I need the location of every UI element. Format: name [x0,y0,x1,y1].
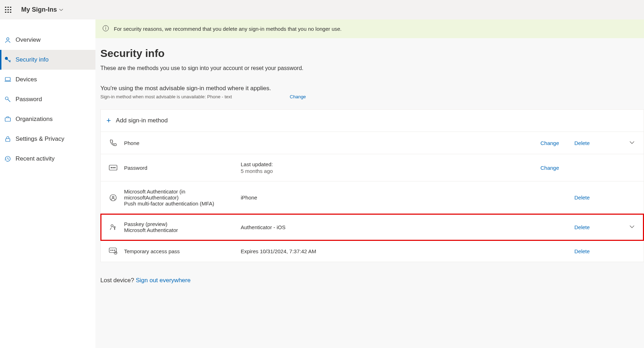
plus-icon: + [106,116,111,125]
method-detail: Authenticator - iOS [241,224,526,230]
method-name: Passkey (preview) [124,221,241,227]
method-row-tap: Temporary access pass Expires 10/31/2024… [101,240,644,262]
svg-point-3 [5,97,8,100]
method-detail: Expires 10/31/2024, 7:37:42 AM [241,248,526,254]
sidebar: Overview Security info Devices Password … [0,19,95,348]
method-sub: Microsoft Authenticator [124,227,241,233]
method-row-authenticator: Microsoft Authenticator (in microsoftAut… [101,181,644,214]
sidebar-item-security-info[interactable]: Security info [0,50,95,70]
svg-point-17 [111,250,111,251]
main-content: For security reasons, we recommend that … [95,19,644,348]
delete-link[interactable]: Delete [574,248,594,254]
brand-title: My Sign-Ins [21,6,57,13]
change-link[interactable]: Change [540,165,560,171]
sidebar-item-label: Devices [16,76,37,83]
method-detail: iPhone [241,195,526,201]
methods-card: + Add sign-in method Phone Change Delete [100,109,644,262]
sidebar-item-password[interactable]: Password [0,89,95,109]
method-name: Microsoft Authenticator (in microsoftAut… [124,188,241,201]
sidebar-item-settings-privacy[interactable]: Settings & Privacy [0,129,95,149]
sidebar-item-label: Security info [16,56,49,63]
svg-point-18 [112,250,113,251]
laptop-icon [4,76,11,83]
sidebar-item-label: Recent activity [16,155,55,162]
svg-rect-2 [5,77,10,81]
svg-point-19 [114,250,115,251]
security-recommendation-banner: For security reasons, we recommend that … [95,19,644,38]
sidebar-item-label: Overview [16,36,41,44]
lock-icon [4,135,11,143]
sidebar-item-overview[interactable]: Overview [0,30,95,50]
signin-advice-sub: Sign-in method when most advisable is un… [100,94,644,99]
info-icon [103,25,109,33]
svg-point-11 [115,167,115,168]
key-icon [4,56,11,63]
lost-device-prompt: Lost device? Sign out everywhere [100,277,644,284]
page-subtitle: These are the methods you use to sign in… [100,65,644,71]
sidebar-item-label: Settings & Privacy [16,135,64,143]
sidebar-item-recent-activity[interactable]: Recent activity [0,149,95,169]
topbar: My Sign-Ins [0,0,644,19]
person-icon [4,36,11,44]
banner-text: For security reasons, we recommend that … [114,26,342,32]
method-name: Password [124,165,241,171]
method-row-phone: Phone Change Delete [101,132,644,154]
method-row-password: Password Last updated: 5 months ago Chan… [101,154,644,181]
signin-advice: You're using the most advisable sign-in … [100,85,644,92]
chevron-down-icon [59,8,63,12]
briefcase-icon [4,116,11,123]
method-name: Phone [124,140,241,146]
delete-link[interactable]: Delete [574,195,594,201]
method-sub: Push multi-factor authentication (MFA) [124,201,241,207]
method-detail: Last updated: [241,161,526,167]
svg-point-13 [112,196,114,198]
page-title: Security info [100,47,644,59]
svg-point-0 [7,38,9,40]
sidebar-item-organizations[interactable]: Organizations [0,109,95,129]
add-signin-method-button[interactable]: + Add sign-in method [101,110,644,132]
brand-dropdown[interactable]: My Sign-Ins [21,6,63,13]
sidebar-item-label: Organizations [16,116,53,123]
method-name: Temporary access pass [124,248,241,254]
authenticator-icon [109,194,118,202]
app-launcher-icon[interactable] [5,7,11,13]
svg-point-10 [113,167,113,168]
svg-point-1 [5,57,8,60]
svg-point-14 [111,225,113,227]
sidebar-item-label: Password [16,96,42,103]
history-icon [4,155,11,162]
sign-out-everywhere-link[interactable]: Sign out everywhere [136,277,191,284]
svg-rect-4 [5,118,11,121]
svg-point-7 [105,27,106,27]
svg-point-15 [114,226,115,228]
method-row-passkey: Passkey (preview) Microsoft Authenticato… [101,214,644,240]
key-search-icon [4,96,11,103]
svg-rect-5 [6,139,10,141]
temporary-pass-icon [109,248,118,255]
expand-button[interactable] [630,140,635,146]
svg-point-9 [111,167,112,168]
method-detail-sub: 5 months ago [241,168,526,174]
passkey-icon [109,223,118,231]
change-link[interactable]: Change [540,140,560,146]
phone-icon [109,139,118,147]
sidebar-item-devices[interactable]: Devices [0,70,95,89]
delete-link[interactable]: Delete [574,140,594,146]
change-default-method-link[interactable]: Change [290,94,306,99]
password-icon [109,165,118,170]
delete-link[interactable]: Delete [574,224,594,230]
expand-button[interactable] [630,224,635,230]
